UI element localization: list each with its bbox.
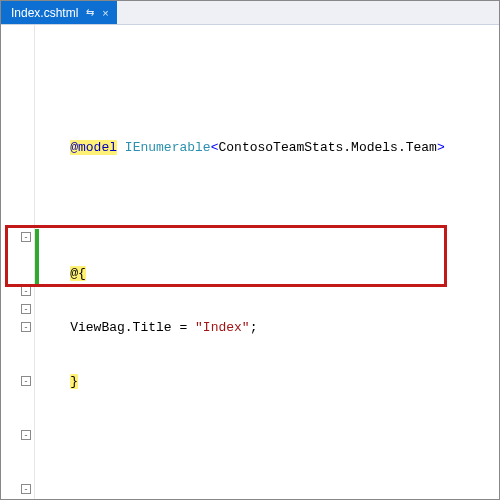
change-marker	[35, 229, 39, 285]
code-line: @model IEnumerable<ContosoTeamStats.Mode…	[35, 139, 499, 157]
tab-bar: Index.cshtml ⇆ ×	[1, 1, 499, 25]
code-line	[35, 427, 499, 445]
editor-area: - - - - - - - @model IEnumerable<Contoso…	[1, 25, 499, 499]
code-line: @{	[35, 265, 499, 283]
code-line: ViewBag.Title = "Index";	[35, 319, 499, 337]
code-area[interactable]: @model IEnumerable<ContosoTeamStats.Mode…	[35, 25, 499, 499]
close-icon[interactable]: ×	[102, 7, 108, 19]
outline-toggle[interactable]: -	[21, 286, 31, 296]
tab-filename: Index.cshtml	[11, 6, 78, 20]
outline-toggle[interactable]: -	[21, 232, 31, 242]
outline-toggle[interactable]: -	[21, 484, 31, 494]
code-line	[35, 193, 499, 211]
pin-icon[interactable]: ⇆	[86, 7, 94, 18]
outline-toggle[interactable]: -	[21, 322, 31, 332]
code-line: }	[35, 373, 499, 391]
outline-toggle[interactable]: -	[21, 376, 31, 386]
file-tab[interactable]: Index.cshtml ⇆ ×	[1, 1, 117, 24]
code-line	[35, 481, 499, 499]
outline-gutter: - - - - - - -	[1, 25, 35, 499]
outline-toggle[interactable]: -	[21, 304, 31, 314]
outline-toggle[interactable]: -	[21, 430, 31, 440]
